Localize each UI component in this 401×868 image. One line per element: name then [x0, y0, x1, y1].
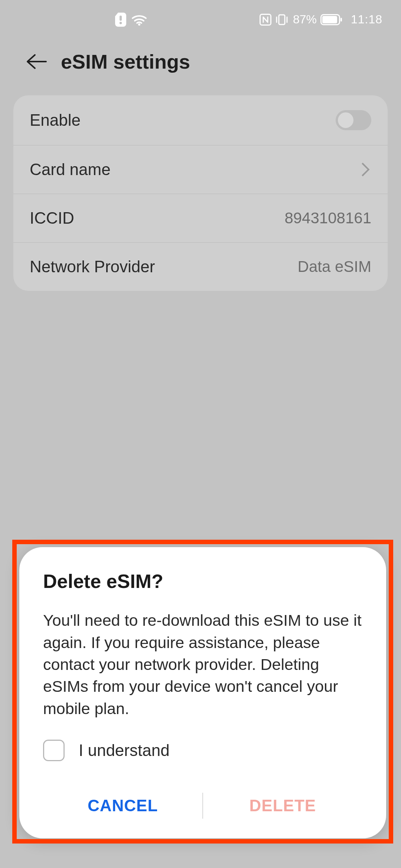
- enable-toggle[interactable]: [336, 110, 371, 130]
- page-header: eSIM settings: [0, 39, 401, 95]
- row-provider: Network Provider Data eSIM: [13, 243, 388, 291]
- cancel-button[interactable]: CANCEL: [43, 789, 202, 822]
- provider-label: Network Provider: [30, 257, 155, 276]
- delete-esim-dialog: Delete eSIM? You'll need to re-download …: [19, 547, 386, 838]
- iccid-value: 8943108161: [284, 209, 371, 227]
- back-icon[interactable]: [26, 53, 48, 70]
- sim-alert-icon: [115, 13, 126, 27]
- svg-rect-7: [340, 18, 342, 22]
- chevron-right-icon: [356, 163, 370, 177]
- delete-button[interactable]: DELETE: [203, 789, 362, 822]
- battery-percent: 87%: [293, 13, 317, 26]
- row-enable[interactable]: Enable: [13, 95, 388, 145]
- provider-value: Data eSIM: [298, 258, 371, 276]
- understand-checkbox-row[interactable]: I understand: [43, 740, 362, 761]
- svg-point-2: [138, 23, 140, 26]
- wifi-icon: [131, 14, 147, 26]
- row-iccid: ICCID 8943108161: [13, 194, 388, 243]
- understand-checkbox[interactable]: [43, 740, 65, 761]
- iccid-label: ICCID: [30, 209, 74, 227]
- svg-rect-0: [120, 16, 122, 21]
- clock-text: 11:18: [351, 13, 382, 26]
- dialog-actions: CANCEL DELETE: [43, 788, 362, 823]
- toggle-knob: [338, 112, 353, 128]
- dialog-body: You'll need to re-download this eSIM to …: [43, 609, 362, 720]
- battery-icon: [320, 14, 342, 25]
- page-title: eSIM settings: [61, 50, 190, 73]
- svg-rect-4: [279, 15, 285, 24]
- settings-card: Enable Card name ICCID 8943108161 Networ…: [13, 95, 388, 291]
- card-name-label: Card name: [30, 160, 111, 179]
- nfc-icon: [260, 14, 271, 26]
- svg-point-1: [120, 22, 122, 24]
- understand-label: I understand: [79, 741, 170, 760]
- svg-rect-6: [322, 16, 337, 23]
- status-bar: 87% 11:18: [0, 0, 401, 39]
- dialog-title: Delete eSIM?: [43, 570, 362, 592]
- row-card-name[interactable]: Card name: [13, 145, 388, 194]
- vibrate-icon: [275, 14, 288, 26]
- enable-label: Enable: [30, 111, 81, 129]
